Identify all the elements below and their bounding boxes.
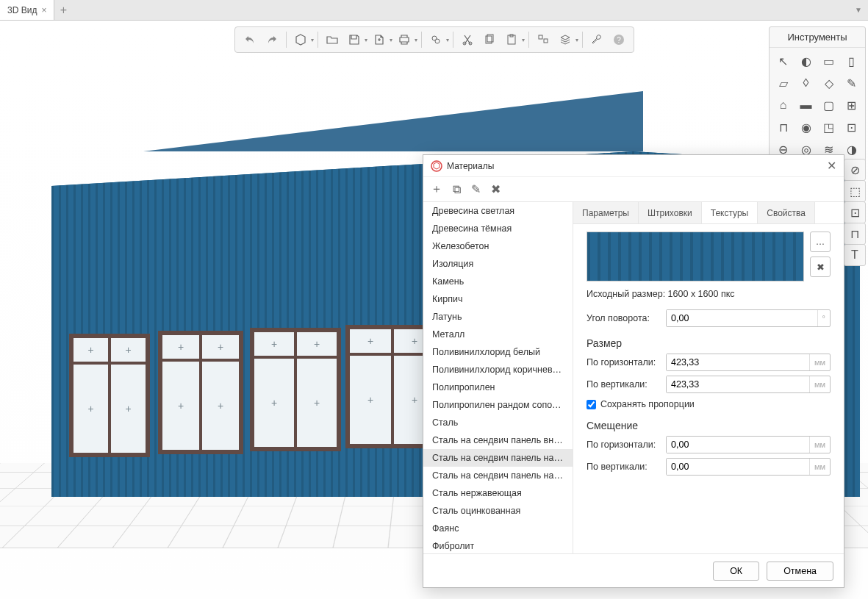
tool-ext-3-icon[interactable]: ⊡ (844, 201, 866, 223)
material-item[interactable]: Полипропилен рандом сополимер (423, 396, 573, 414)
duplicate-material-icon[interactable]: ⧉ (453, 183, 461, 196)
add-material-icon[interactable]: ＋ (431, 182, 442, 197)
material-item[interactable]: Древесина светлая (423, 202, 573, 220)
app-icon (431, 160, 442, 172)
svg-rect-9 (544, 39, 548, 43)
dialog-titlebar[interactable]: Материалы ✕ (423, 155, 844, 177)
cut-icon[interactable] (457, 29, 478, 50)
pencil-tool-icon[interactable]: ✎ (841, 73, 862, 93)
material-item[interactable]: Сталь на сендвич панель наружная (423, 449, 573, 467)
texture-preview (587, 232, 804, 281)
tab-close-icon[interactable]: × (41, 5, 46, 15)
box-tool-icon[interactable]: ◳ (818, 117, 839, 137)
tab-add-button[interactable]: + (54, 4, 72, 17)
tab-menu-icon[interactable]: ▼ (855, 6, 862, 14)
folder-open-icon[interactable] (322, 29, 342, 50)
angle-input[interactable] (667, 310, 817, 326)
window-1: ++++ (69, 334, 150, 457)
offset-v-input[interactable] (667, 459, 809, 475)
column-tool-icon[interactable]: ▯ (841, 51, 862, 71)
material-properties-pane: Параметры Штриховки Текстуры Свойства … … (573, 202, 844, 553)
cube-icon[interactable] (290, 29, 311, 50)
eraser-tool-icon[interactable]: ◇ (818, 73, 839, 93)
layers-icon[interactable] (555, 29, 575, 50)
material-item[interactable]: Сталь (423, 414, 573, 431)
tab-params[interactable]: Параметры (573, 202, 639, 223)
material-item[interactable]: Фибролит (423, 537, 573, 553)
select-tool-icon[interactable]: ↖ (772, 51, 794, 71)
offset-v-unit: мм (809, 459, 830, 475)
wall-tool-icon[interactable]: ▱ (772, 73, 794, 93)
rect-tool-icon[interactable]: ▭ (818, 51, 839, 71)
material-item[interactable]: Полипропилен (423, 379, 573, 396)
material-item[interactable]: Сталь на сендвич панель внутренняя (423, 431, 573, 449)
tool-ext-4-icon[interactable]: ⊓ (844, 223, 866, 245)
offset-h-unit: мм (809, 437, 830, 453)
material-item[interactable]: Железобетон (423, 237, 573, 255)
tab-properties[interactable]: Свойства (758, 202, 815, 223)
slab-tool-icon[interactable]: ◊ (795, 73, 817, 93)
size-v-label: По вертикали: (587, 379, 666, 390)
main-toolbar: ▾ ▾ ▾ ▾ ▾ ▾ ▾ ? (234, 26, 634, 53)
tool-ext-1-icon[interactable]: ⊘ (844, 159, 866, 181)
table-tool-icon[interactable]: ⊓ (772, 117, 794, 137)
tab-textures[interactable]: Текстуры (702, 202, 758, 223)
group-tool-icon[interactable]: ⊡ (841, 117, 862, 137)
material-item[interactable]: Сталь нержавеющая (423, 484, 573, 502)
svg-rect-8 (539, 35, 542, 39)
material-item[interactable]: Сталь на сендвич панель наружная 2 (423, 467, 573, 484)
tab-hatches[interactable]: Штриховки (639, 202, 702, 223)
edit-material-icon[interactable]: ✎ (471, 182, 481, 196)
clear-texture-icon[interactable]: ✖ (810, 257, 831, 277)
tab-3d-view[interactable]: 3D Вид × (0, 0, 54, 20)
angle-label: Угол поворота: (587, 313, 666, 323)
beam-tool-icon[interactable]: ▬ (795, 95, 817, 115)
redo-icon[interactable] (262, 29, 282, 50)
align-icon[interactable] (533, 29, 553, 50)
tab-label: 3D Вид (7, 5, 37, 15)
ok-button[interactable]: ОК (713, 562, 759, 581)
materials-list[interactable]: Древесина светлаяДревесина тёмнаяЖелезоб… (423, 202, 573, 553)
link-icon[interactable] (426, 29, 446, 50)
size-v-unit: мм (809, 376, 830, 392)
material-item[interactable]: Кирпич (423, 290, 573, 308)
help-icon[interactable]: ? (609, 29, 629, 50)
offset-v-label: По вертикали: (587, 462, 666, 472)
paste-icon[interactable] (501, 29, 522, 50)
keep-proportions-checkbox[interactable] (587, 400, 596, 409)
source-size-label: Исходный размер: 1600 х 1600 пкс (587, 289, 831, 299)
copy-icon[interactable] (479, 29, 500, 50)
marker-tool-icon[interactable]: ◐ (795, 51, 817, 71)
material-item[interactable]: Металл (423, 326, 573, 343)
wrench-icon[interactable] (587, 29, 607, 50)
undo-icon[interactable] (240, 29, 260, 50)
object-tool-icon[interactable]: ◉ (795, 117, 817, 137)
print-icon[interactable] (394, 29, 415, 50)
material-item[interactable]: Поливинилхлорид белый (423, 343, 573, 361)
svg-point-1 (435, 39, 440, 43)
angle-unit: ° (817, 310, 830, 326)
material-item[interactable]: Фаянс (423, 520, 573, 537)
text-tool-icon[interactable]: T (844, 244, 866, 266)
size-h-label: По горизонтали: (587, 357, 666, 367)
size-h-input[interactable] (667, 354, 809, 370)
browse-texture-icon[interactable]: … (810, 232, 831, 252)
material-item[interactable]: Изоляция (423, 255, 573, 273)
size-v-input[interactable] (667, 376, 809, 392)
cancel-button[interactable]: Отмена (767, 562, 833, 581)
save-icon[interactable] (344, 29, 365, 50)
roof-tool-icon[interactable]: ⌂ (772, 95, 794, 115)
tool-ext-2-icon[interactable]: ⬚ (844, 180, 866, 202)
export-icon[interactable] (369, 29, 390, 50)
material-item[interactable]: Древесина тёмная (423, 220, 573, 237)
material-item[interactable]: Латунь (423, 308, 573, 326)
dialog-close-icon[interactable]: ✕ (827, 159, 836, 173)
delete-material-icon[interactable]: ✖ (491, 182, 501, 196)
window-tool-icon[interactable]: ⊞ (841, 95, 862, 115)
material-item[interactable]: Поливинилхлорид коричневый (423, 361, 573, 379)
material-item[interactable]: Сталь оцинкованная (423, 502, 573, 520)
material-item[interactable]: Камень (423, 273, 573, 290)
window-2: ++++ (158, 331, 243, 454)
offset-h-input[interactable] (667, 437, 809, 453)
door-tool-icon[interactable]: ▢ (818, 95, 839, 115)
